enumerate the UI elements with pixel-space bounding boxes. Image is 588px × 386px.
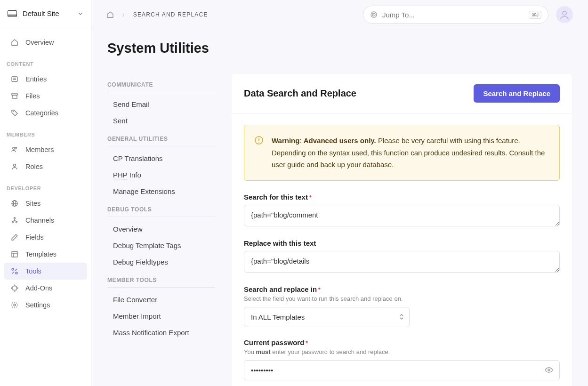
breadcrumb: › SEARCH AND REPLACE <box>106 11 208 18</box>
search-text-input[interactable] <box>244 205 560 226</box>
target-icon <box>370 11 378 18</box>
sitemap-icon <box>10 216 19 225</box>
svg-point-5 <box>13 111 14 112</box>
jump-to-search[interactable]: ⌘J <box>363 6 548 24</box>
warning-message: Warning: Advanced users only. Please be … <box>272 135 549 171</box>
subnav-item-debug-overview[interactable]: Overview <box>107 221 215 237</box>
gear-icon <box>10 301 19 309</box>
chevron-down-icon <box>78 11 83 16</box>
svg-point-8 <box>14 164 16 167</box>
pencil-icon <box>10 233 19 241</box>
sidebar-label: Roles <box>25 163 43 170</box>
sidebar-item-templates[interactable]: Templates <box>4 246 87 263</box>
password-help: You must enter your password to search a… <box>244 348 560 355</box>
svg-rect-4 <box>12 95 17 98</box>
site-selector-label: Default Site <box>23 9 78 17</box>
search-in-select[interactable]: In ALL Templates <box>244 307 410 327</box>
utilities-subnav: COMMUNICATE Send Email Sent GENERAL UTIL… <box>107 61 215 341</box>
main-area: › SEARCH AND REPLACE ⌘J System Utilities… <box>91 0 588 386</box>
svg-point-13 <box>12 222 14 223</box>
svg-point-28 <box>548 369 550 371</box>
eye-icon[interactable] <box>545 366 553 374</box>
search-text-label: Search for this text* <box>244 193 560 201</box>
sidebar-item-entries[interactable]: Entries <box>4 71 87 88</box>
sidebar-label: Files <box>25 92 40 100</box>
sidebar-item-files[interactable]: Files <box>4 88 87 105</box>
subnav-item-cp-translations[interactable]: CP Translations <box>107 150 215 167</box>
subnav-heading: GENERAL UTILITIES <box>107 129 215 146</box>
sidebar-label: Tools <box>25 267 41 275</box>
sidebar-item-settings[interactable]: Settings <box>4 297 87 314</box>
search-replace-panel: Data Search and Replace Search and Repla… <box>232 74 572 386</box>
monitor-icon <box>8 10 17 17</box>
sidebar-item-addons[interactable]: Add-Ons <box>4 280 87 297</box>
sidebar-label: Members <box>25 146 54 153</box>
svg-point-23 <box>373 14 374 15</box>
newspaper-icon <box>10 75 19 83</box>
replace-text-label: Replace with this text <box>244 239 560 247</box>
subnav-item-member-import[interactable]: Member Import <box>107 308 215 324</box>
svg-point-12 <box>14 217 16 219</box>
puzzle-icon <box>10 284 19 292</box>
sidebar-item-fields[interactable]: Fields <box>4 229 87 246</box>
archive-icon <box>10 92 19 100</box>
jump-input[interactable] <box>382 11 524 19</box>
password-label: Current password* <box>244 338 560 346</box>
home-icon <box>10 38 19 47</box>
panel-title: Data Search and Replace <box>244 88 356 99</box>
svg-rect-0 <box>12 77 17 81</box>
warning-icon <box>255 136 263 145</box>
sidebar-item-members[interactable]: Members <box>4 141 87 158</box>
warning-alert: Warning: Advanced users only. Please be … <box>244 125 560 181</box>
subnav-heading: COMMUNICATE <box>107 75 215 92</box>
subnav-item-debug-fieldtypes[interactable]: Debug Fieldtypes <box>107 254 215 270</box>
subnav-item-mass-notification-export[interactable]: Mass Notification Export <box>107 324 215 341</box>
sidebar-item-overview[interactable]: Overview <box>4 34 87 51</box>
sidebar-item-channels[interactable]: Channels <box>4 212 87 229</box>
sidebar-label: Channels <box>25 217 54 224</box>
sidebar-label: Fields <box>25 233 44 241</box>
sidebar-label: Entries <box>25 75 47 83</box>
search-in-label: Search and replace in* <box>244 285 560 293</box>
sidebar-label: Add-Ons <box>25 284 52 292</box>
svg-point-18 <box>12 268 14 270</box>
topbar: › SEARCH AND REPLACE ⌘J <box>91 0 588 29</box>
user-avatar[interactable] <box>556 6 573 23</box>
subnav-item-manage-extensions[interactable]: Manage Extensions <box>107 183 215 200</box>
site-selector[interactable]: Default Site <box>0 0 91 27</box>
replace-text-input[interactable] <box>244 251 560 273</box>
sidebar-item-roles[interactable]: Roles <box>4 158 87 175</box>
sidebar-label: Categories <box>25 109 58 117</box>
svg-point-19 <box>16 272 17 274</box>
tag-icon <box>10 109 19 117</box>
user-icon <box>10 162 19 171</box>
sidebar-label: Settings <box>25 301 50 309</box>
subnav-item-debug-template-tags[interactable]: Debug Template Tags <box>107 237 215 254</box>
subnav-item-php-info[interactable]: PHP Info <box>107 167 215 183</box>
layout-icon <box>10 250 19 258</box>
subnav-heading: DEBUG TOOLS <box>107 200 215 217</box>
svg-point-20 <box>14 304 16 306</box>
sidebar-item-sites[interactable]: Sites <box>4 195 87 212</box>
subnav-item-sent[interactable]: Sent <box>107 113 215 129</box>
subnav-item-file-converter[interactable]: File Converter <box>107 291 215 308</box>
sidebar-label: Overview <box>25 39 54 46</box>
home-icon[interactable] <box>106 11 114 18</box>
svg-point-14 <box>16 222 17 223</box>
password-input[interactable] <box>244 360 560 380</box>
tools-icon <box>10 267 19 275</box>
sidebar-item-tools[interactable]: Tools <box>4 263 87 280</box>
sidebar-label: Templates <box>25 250 56 258</box>
subnav-item-send-email[interactable]: Send Email <box>107 96 215 113</box>
sidebar-heading-members: MEMBERS <box>0 121 91 141</box>
avatar-icon <box>559 9 570 20</box>
sidebar-item-categories[interactable]: Categories <box>4 105 87 121</box>
svg-rect-15 <box>12 251 17 257</box>
search-and-replace-button[interactable]: Search and Replace <box>474 84 560 103</box>
svg-point-6 <box>13 147 15 149</box>
search-in-help: Select the field you want to run this se… <box>244 295 560 302</box>
svg-point-24 <box>563 11 566 15</box>
page-title: System Utilities <box>107 40 572 56</box>
globe-icon <box>10 199 19 208</box>
subnav-heading: MEMBER TOOLS <box>107 270 215 288</box>
